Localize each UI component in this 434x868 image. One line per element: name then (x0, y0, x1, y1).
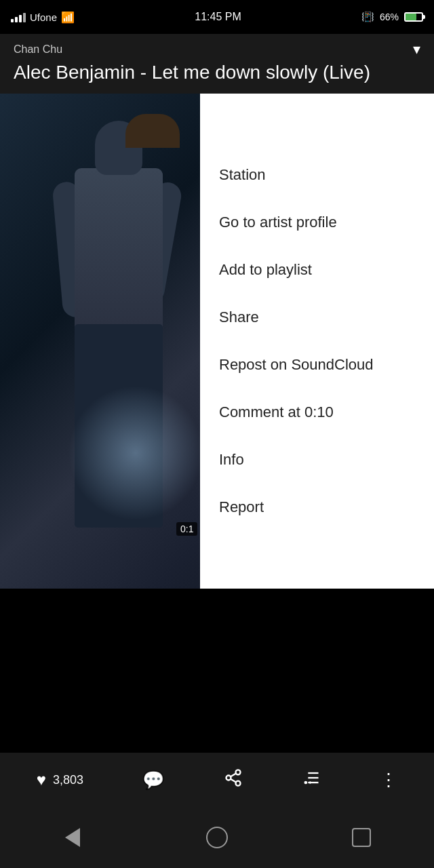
carrier-label: Ufone (30, 12, 57, 23)
like-button[interactable]: ♥ 3,803 (37, 770, 83, 789)
battery-icon (404, 12, 423, 22)
time-display: 11:45 PM (195, 11, 241, 23)
bottom-action-bar: ♥ 3,803 💬 ⋮ (0, 753, 434, 807)
share-button[interactable] (224, 768, 243, 792)
hair (125, 114, 180, 148)
wifi-icon: 📶 (61, 11, 75, 24)
status-right: 📳 66% (361, 11, 423, 23)
collapse-button[interactable]: ▾ (413, 41, 420, 58)
likes-count: 3,803 (53, 773, 83, 787)
svg-point-0 (235, 770, 240, 774)
playlist-button[interactable] (302, 768, 321, 792)
svg-line-3 (231, 778, 236, 782)
player-header: Chan Chu ▾ Alec Benjamin - Let me down s… (0, 34, 434, 94)
menu-item-share[interactable]: Share (200, 294, 434, 341)
svg-point-1 (226, 775, 231, 780)
more-button[interactable]: ⋮ (380, 770, 397, 791)
navigation-bar (0, 807, 434, 868)
home-nav-button[interactable] (203, 824, 231, 851)
status-bar: Ufone 📶 11:45 PM 📳 66% (0, 0, 434, 34)
context-menu: Station Go to artist profile Add to play… (200, 94, 434, 589)
comment-button[interactable]: 💬 (142, 770, 164, 791)
content-area: 0:1 Station Go to artist profile Add to … (0, 94, 434, 589)
signal-icon (11, 12, 26, 22)
heart-icon: ♥ (37, 770, 46, 789)
svg-line-4 (231, 773, 236, 776)
menu-item-comment[interactable]: Comment at 0:10 (200, 389, 434, 436)
menu-item-repost[interactable]: Repost on SoundCloud (200, 341, 434, 389)
battery-percent: 66% (380, 12, 399, 22)
back-nav-button[interactable] (59, 824, 86, 851)
time-badge: 0:1 (176, 522, 197, 536)
status-left: Ufone 📶 (11, 11, 75, 24)
recent-nav-button[interactable] (348, 824, 375, 851)
channel-name: Chan Chu (14, 43, 62, 56)
svg-point-10 (304, 781, 307, 784)
svg-point-2 (235, 781, 240, 785)
light-glow (68, 385, 203, 521)
vibrate-icon: 📳 (361, 11, 374, 23)
torso (75, 168, 163, 338)
head (95, 121, 142, 175)
menu-item-report[interactable]: Report (200, 484, 434, 531)
track-title: Alec Benjamin - Let me down slowly (Live… (14, 61, 420, 84)
menu-item-add-to-playlist[interactable]: Add to playlist (200, 246, 434, 294)
menu-item-station[interactable]: Station (200, 151, 434, 199)
menu-item-info[interactable]: Info (200, 436, 434, 484)
menu-item-go-to-artist[interactable]: Go to artist profile (200, 199, 434, 246)
